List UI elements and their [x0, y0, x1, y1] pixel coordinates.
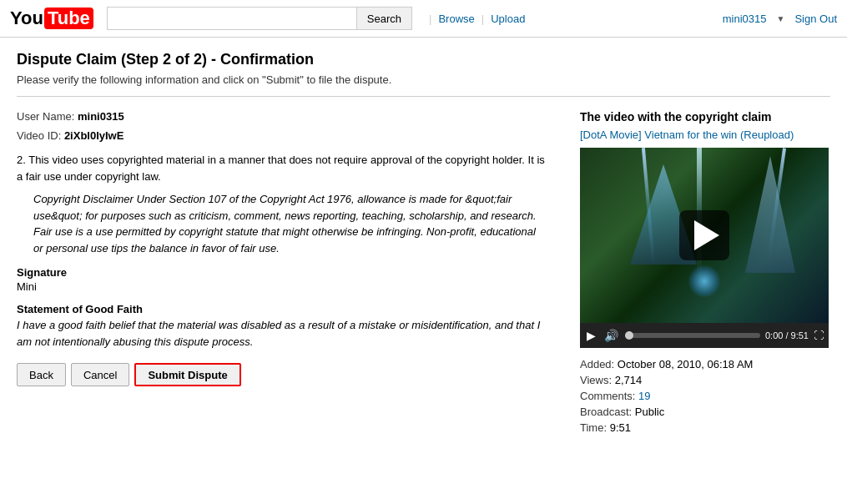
added-row: Added: October 08, 2010, 06:18 AM: [580, 358, 830, 370]
time-value: 9:51: [610, 421, 631, 434]
search-button[interactable]: Search: [357, 7, 412, 30]
comments-label: Comments:: [580, 390, 635, 402]
logo-you: You: [10, 8, 43, 29]
reason-body: This video uses copyrighted material in …: [17, 154, 545, 183]
content-area: User Name: mini0315 Video ID: 2iXbl0lyIw…: [17, 110, 830, 437]
signature-section: Signature Mini: [17, 266, 547, 293]
back-button[interactable]: Back: [17, 363, 66, 386]
video-info: Added: October 08, 2010, 06:18 AM Views:…: [580, 358, 830, 434]
header: YouTube Search | Browse | Upload mini031…: [0, 0, 847, 38]
added-label: Added:: [580, 358, 614, 370]
fullscreen-button[interactable]: ⛶: [814, 330, 824, 341]
reason-text: 2. This video uses copyrighted material …: [17, 152, 547, 184]
page-subtitle: Please verify the following information …: [17, 73, 830, 86]
views-row: Views: 2,714: [580, 374, 830, 386]
nav-links: | Browse | Upload: [426, 13, 525, 25]
logo: YouTube: [10, 8, 93, 29]
play-button[interactable]: [679, 210, 729, 260]
main-content: Dispute Claim (Step 2 of 2) - Confirmati…: [0, 38, 847, 451]
username[interactable]: mini0315: [723, 13, 767, 25]
broadcast-label: Broadcast:: [580, 406, 632, 418]
cancel-button[interactable]: Cancel: [71, 363, 129, 386]
search-box: Search: [107, 7, 412, 30]
play-triangle-icon: [694, 220, 719, 250]
video-id-row: Video ID: 2iXbl0lyIwE: [17, 129, 547, 142]
upload-link[interactable]: Upload: [491, 13, 525, 25]
video-thumbnail: [580, 148, 829, 323]
time-display: 0:00 / 9:51: [765, 330, 809, 340]
broadcast-row: Broadcast: Public: [580, 406, 830, 418]
good-faith-text: I have a good faith belief that the mate…: [17, 317, 547, 350]
page-title: Dispute Claim (Step 2 of 2) - Confirmati…: [17, 51, 830, 68]
user-name-value: mini0315: [78, 110, 124, 123]
time-label: Time:: [580, 421, 607, 434]
submit-dispute-button[interactable]: Submit Dispute: [134, 363, 240, 386]
right-panel: The video with the copyright claim [DotA…: [580, 110, 830, 437]
signature-value: Mini: [17, 280, 547, 293]
video-title-link[interactable]: [DotA Movie] Vietnam for the win (Reuplo…: [580, 129, 830, 141]
video-controls: ▶ 🔊 0:00 / 9:51 ⛶: [580, 323, 829, 348]
play-pause-button[interactable]: ▶: [585, 329, 597, 342]
reason-section: 2. This video uses copyrighted material …: [17, 152, 547, 256]
progress-knob[interactable]: [625, 331, 633, 340]
light-beam-3: [768, 148, 786, 255]
video-id-label: Video ID:: [17, 129, 61, 142]
search-input[interactable]: [107, 7, 357, 30]
char-glow: [688, 265, 721, 298]
volume-button[interactable]: 🔊: [602, 329, 620, 342]
nav-separator-2: |: [481, 13, 484, 25]
user-name-row: User Name: mini0315: [17, 110, 547, 123]
comments-row: Comments: 19: [580, 390, 830, 402]
divider: [17, 96, 830, 97]
user-area: mini0315 ▼ Sign Out: [723, 13, 837, 25]
good-faith-label: Statement of Good Faith: [17, 303, 547, 315]
comments-value[interactable]: 19: [638, 390, 650, 402]
views-value: 2,714: [615, 374, 643, 386]
broadcast-value: Public: [635, 406, 664, 418]
dropdown-icon[interactable]: ▼: [777, 14, 785, 23]
time-row: Time: 9:51: [580, 421, 830, 434]
reason-disclaimer: Copyright Disclaimer Under Section 107 o…: [33, 191, 547, 256]
reason-number: 2.: [17, 154, 26, 166]
browse-link[interactable]: Browse: [438, 13, 474, 25]
good-faith-section: Statement of Good Faith I have a good fa…: [17, 303, 547, 350]
video-id-value: 2iXbl0lyIwE: [64, 129, 124, 142]
progress-bar[interactable]: [625, 333, 760, 338]
light-beam-1: [642, 148, 655, 265]
button-row: Back Cancel Submit Dispute: [17, 363, 547, 386]
added-value: October 08, 2010, 06:18 AM: [618, 358, 754, 370]
video-section-title: The video with the copyright claim: [580, 110, 830, 123]
sign-out-link[interactable]: Sign Out: [794, 13, 837, 25]
left-panel: User Name: mini0315 Video ID: 2iXbl0lyIw…: [17, 110, 547, 437]
video-player: ▶ 🔊 0:00 / 9:51 ⛶: [580, 148, 829, 348]
views-label: Views:: [580, 374, 612, 386]
nav-separator-1: |: [429, 13, 431, 25]
user-name-label: User Name:: [17, 110, 74, 123]
logo-tube: Tube: [44, 8, 93, 29]
signature-label: Signature: [17, 266, 547, 279]
